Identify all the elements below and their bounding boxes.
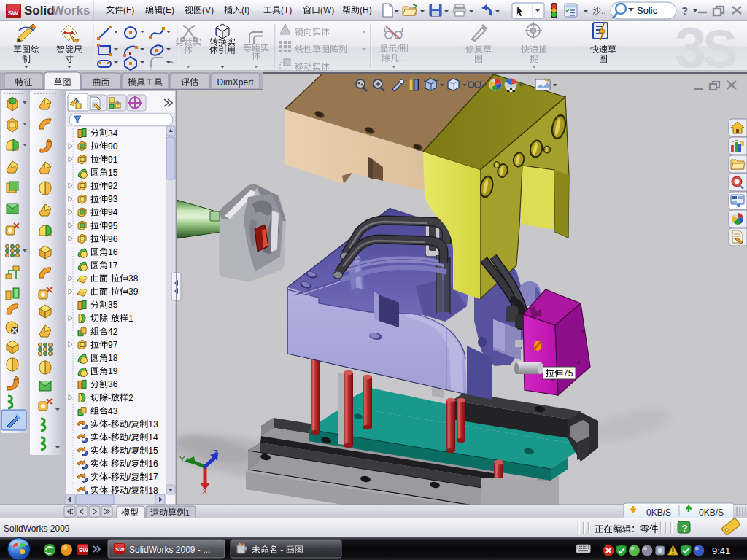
svg-text:-: -	[108, 446, 111, 456]
svg-text:-: -	[278, 545, 286, 555]
svg-text:Solid: Solid	[24, 4, 55, 18]
svg-text:1: 1	[185, 508, 190, 517]
svg-text:97: 97	[108, 340, 118, 350]
svg-text:13: 13	[148, 419, 158, 429]
svg-text:?: ?	[682, 523, 688, 534]
svg-text:SW: SW	[115, 546, 125, 553]
svg-text:(H): (H)	[360, 5, 372, 15]
svg-text:42: 42	[108, 327, 118, 337]
svg-text:SolidWorks 2009: SolidWorks 2009	[4, 524, 70, 534]
svg-text:(E): (E)	[163, 5, 174, 15]
svg-text:X: X	[202, 487, 208, 496]
svg-text:-: -	[108, 273, 111, 284]
svg-text:17: 17	[148, 472, 158, 482]
svg-text:S: S	[703, 20, 738, 78]
svg-text:-: -	[108, 432, 111, 443]
svg-text:91: 91	[108, 155, 118, 165]
svg-text:34: 34	[108, 128, 118, 139]
svg-text:93: 93	[108, 194, 118, 204]
svg-text:...: ...	[399, 53, 406, 63]
svg-text:SW: SW	[79, 547, 88, 553]
svg-text:36: 36	[108, 379, 118, 389]
svg-text:-: -	[108, 393, 111, 403]
svg-text:38: 38	[128, 273, 139, 284]
svg-text:90: 90	[108, 141, 118, 152]
svg-text:75: 75	[563, 368, 573, 378]
svg-text:16: 16	[108, 247, 118, 257]
svg-text:Z: Z	[213, 448, 218, 457]
svg-text:-: -	[108, 459, 111, 469]
svg-text:(T): (T)	[281, 5, 292, 15]
svg-text:95: 95	[108, 221, 118, 231]
svg-text:15: 15	[148, 446, 158, 456]
svg-text:14: 14	[148, 432, 158, 443]
svg-text:(V): (V)	[202, 5, 214, 15]
svg-text:2: 2	[128, 393, 133, 403]
svg-text:Y: Y	[179, 455, 185, 464]
svg-text:0KB/S: 0KB/S	[646, 508, 671, 518]
svg-text:1: 1	[128, 314, 133, 324]
svg-text:-: -	[108, 287, 111, 297]
svg-text:-: -	[108, 314, 111, 324]
svg-text:17: 17	[108, 260, 118, 271]
svg-text:9:41: 9:41	[712, 545, 730, 556]
svg-text:0KB/S: 0KB/S	[699, 508, 724, 518]
svg-text:35: 35	[108, 300, 118, 310]
svg-text:Works: Works	[53, 4, 90, 18]
svg-text:(W): (W)	[320, 5, 334, 15]
svg-text:3: 3	[675, 15, 706, 79]
svg-text:16: 16	[148, 459, 158, 469]
svg-text:-: -	[108, 419, 111, 429]
svg-text:..: ..	[601, 6, 606, 16]
svg-text:39: 39	[128, 287, 139, 297]
svg-text:92: 92	[108, 181, 118, 191]
svg-text:Solic: Solic	[637, 5, 658, 16]
svg-text:43: 43	[108, 406, 118, 416]
svg-text:96: 96	[108, 234, 118, 244]
svg-text:-: -	[108, 486, 111, 496]
svg-text:SolidWorks 2009 - ...: SolidWorks 2009 - ...	[129, 545, 210, 555]
svg-text:(F): (F)	[123, 5, 134, 15]
svg-text:SW: SW	[8, 9, 19, 17]
svg-text:(I): (I)	[241, 5, 249, 15]
svg-text:19: 19	[108, 366, 118, 376]
svg-text:94: 94	[108, 207, 118, 217]
svg-text:18: 18	[108, 353, 118, 363]
svg-text:15: 15	[108, 168, 118, 178]
svg-text:-: -	[108, 472, 111, 482]
svg-text:DimXpert: DimXpert	[217, 77, 255, 88]
svg-text:18: 18	[148, 486, 158, 496]
